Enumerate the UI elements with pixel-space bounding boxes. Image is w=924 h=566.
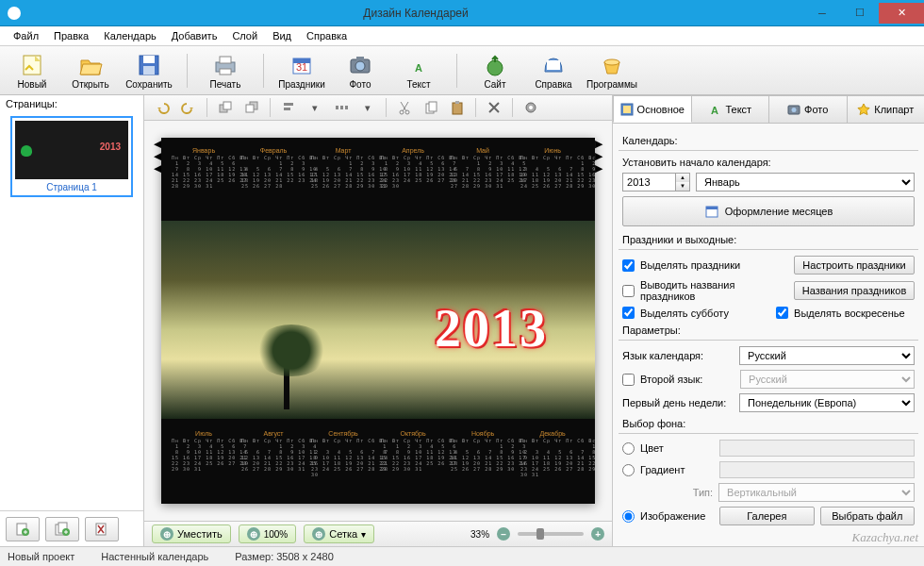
tab-clipart[interactable]: Клипарт [847,95,925,123]
year-down[interactable]: ▼ [676,182,689,191]
holiday-names-button[interactable]: Названия праздников [794,281,915,300]
svg-rect-46 [706,207,718,209]
zoom-100-button[interactable]: ⊕100% [239,524,297,543]
menu-layer[interactable]: Слой [224,28,265,43]
year-input[interactable] [622,173,675,191]
lang-select[interactable]: Русский [739,346,915,365]
clipart-icon [857,103,870,116]
zoom-in-button[interactable]: + [591,527,604,541]
svg-text:A: A [415,62,422,74]
tb-print[interactable]: Печать [201,52,250,90]
tab-photo[interactable]: Фото [768,95,847,123]
bring-front-button[interactable] [215,97,236,118]
tb-save[interactable]: Сохранить [124,52,173,90]
tb-site[interactable]: Сайт [470,52,520,90]
page-caption: Страница 1 [15,182,128,192]
help-icon [540,52,567,78]
lang2-select[interactable]: Русский [740,370,915,389]
svg-point-33 [405,110,409,114]
page-delete-button[interactable] [85,517,119,541]
calendar-canvas[interactable]: ЯнварьПн Вт Ср Чт Пт Сб Вс 1 2 3 4 5 6 7… [161,138,595,504]
distribute-dd[interactable]: ▾ [357,97,378,118]
menu-calendar[interactable]: Календарь [96,28,164,43]
zoom-icon: ⊕ [247,527,260,541]
months-bottom: ИюльПн Вт Ср Чт Пт Сб Вс 1 2 3 4 5 6 7 8… [161,430,595,477]
svg-rect-35 [429,102,437,111]
gradient-swatch[interactable] [719,461,915,478]
chk-highlight-holidays[interactable] [622,259,635,272]
canvas-area[interactable]: ◀◀◀ ЯнварьПн Вт Ср Чт Пт Сб Вс 1 2 3 4 5… [144,121,612,521]
chk-show-holiday-names[interactable] [622,285,635,297]
copy-button[interactable] [421,97,441,118]
paste-button[interactable] [447,97,468,118]
chk-sunday[interactable] [776,307,788,319]
close-button[interactable]: ✕ [879,3,924,24]
month-select[interactable]: Январь [696,173,915,191]
firstday-select[interactable]: Понедельник (Европа) [739,393,915,412]
svg-rect-41 [623,106,631,113]
chk-saturday[interactable] [622,307,635,319]
tb-text[interactable]: AТекст [394,52,443,90]
toolbar-sep [206,98,207,117]
radio-gradient[interactable] [622,464,635,476]
tab-main[interactable]: Основное [613,95,691,123]
svg-rect-5 [220,57,231,63]
align-button[interactable] [278,97,299,118]
titlebar: Дизайн Календарей ─ ☐ ✕ [0,0,924,26]
right-handle[interactable]: ▶▶▶ [595,138,602,175]
maximize-button[interactable]: ☐ [841,3,879,24]
tb-open[interactable]: Открыть [66,52,115,90]
grad-type-select[interactable]: Вертикальный [718,483,915,502]
year-spinner[interactable]: ▲▼ [622,173,690,191]
gallery-button[interactable]: Галерея [719,507,814,525]
page-duplicate-button[interactable] [45,517,79,541]
group-calendar-title: Календарь: [622,135,915,146]
send-back-button[interactable] [241,97,262,118]
align-dd[interactable]: ▾ [305,97,325,118]
lang-label: Язык календаря: [622,350,734,361]
menu-add[interactable]: Добавить [164,28,225,43]
fit-button[interactable]: ⊕Уместить [152,524,231,543]
tb-photo[interactable]: Фото [336,52,385,90]
bg-tree [246,325,331,391]
pick-file-button[interactable]: Выбрать файл [820,507,915,525]
minimize-button[interactable]: ─ [803,3,841,24]
svg-rect-26 [246,105,254,112]
cut-button[interactable] [394,97,415,118]
delete-button[interactable] [484,97,504,118]
edit-toolbar: ▾ ▾ [144,95,612,121]
months-design-button[interactable]: Оформление месяцев [622,196,915,226]
chk-lang2[interactable] [622,374,635,386]
left-handle[interactable]: ◀◀◀ [154,138,161,175]
tb-help[interactable]: Справка [529,52,578,90]
toolbar-sep [512,98,513,117]
menu-view[interactable]: Вид [265,28,299,43]
page-add-button[interactable] [6,517,40,541]
zoom-slider[interactable] [518,532,584,536]
settings-button[interactable] [520,97,541,118]
start-label: Установить начало календаря: [622,157,771,168]
main-toolbar: Новый Открыть Сохранить Печать 31Праздни… [0,46,924,95]
tab-text[interactable]: AТекст [691,95,769,123]
undo-button[interactable] [152,97,173,118]
toolbar-sep [270,98,271,117]
tb-apps[interactable]: Программы [587,52,636,90]
distribute-button[interactable] [331,97,352,118]
grid-button[interactable]: ⊕Сетка ▾ [304,524,374,543]
year-up[interactable]: ▲ [676,174,689,182]
menu-edit[interactable]: Правка [46,28,96,43]
svg-rect-2 [143,56,155,63]
radio-image[interactable] [622,510,635,523]
menu-file[interactable]: Файл [6,28,46,43]
zoom-out-button[interactable]: − [497,527,510,541]
menu-help[interactable]: Справка [299,28,355,43]
page-thumb[interactable]: Страница 1 [10,116,133,197]
tb-new[interactable]: Новый [8,52,57,90]
tb-holidays[interactable]: 31Праздники [277,52,326,90]
setup-holidays-button[interactable]: Настроить праздники [794,256,915,275]
toolbar-sep [475,98,476,117]
radio-color[interactable] [622,442,635,455]
grad-type-label: Тип: [622,487,713,498]
redo-button[interactable] [178,97,199,118]
color-swatch[interactable] [719,440,915,457]
